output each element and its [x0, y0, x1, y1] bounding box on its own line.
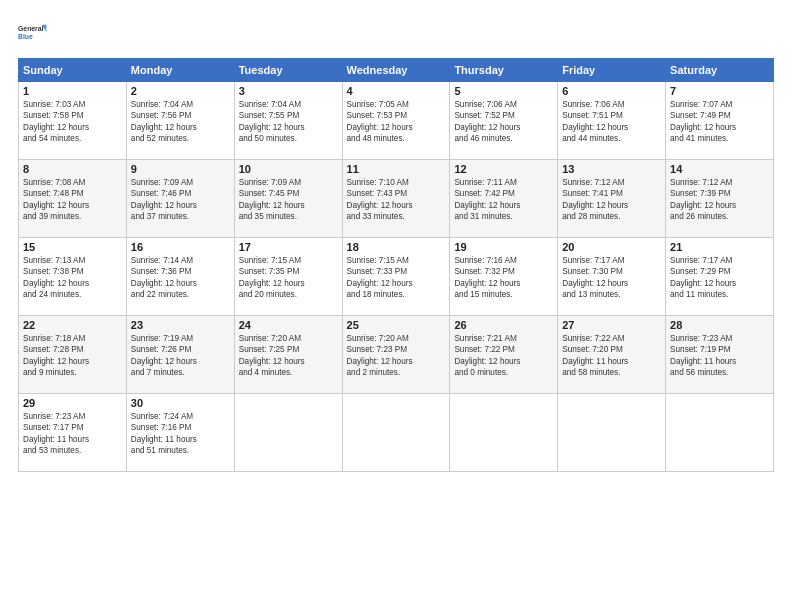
- day-info: Sunrise: 7:09 AM Sunset: 7:45 PM Dayligh…: [239, 177, 338, 223]
- day-info: Sunrise: 7:14 AM Sunset: 7:36 PM Dayligh…: [131, 255, 230, 301]
- calendar-cell: 24Sunrise: 7:20 AM Sunset: 7:25 PM Dayli…: [234, 316, 342, 394]
- calendar-cell: [558, 394, 666, 472]
- calendar-cell: 29Sunrise: 7:23 AM Sunset: 7:17 PM Dayli…: [19, 394, 127, 472]
- day-info: Sunrise: 7:10 AM Sunset: 7:43 PM Dayligh…: [347, 177, 446, 223]
- calendar-cell: 1Sunrise: 7:03 AM Sunset: 7:58 PM Daylig…: [19, 82, 127, 160]
- calendar-cell: 6Sunrise: 7:06 AM Sunset: 7:51 PM Daylig…: [558, 82, 666, 160]
- day-info: Sunrise: 7:12 AM Sunset: 7:39 PM Dayligh…: [670, 177, 769, 223]
- calendar-cell: 10Sunrise: 7:09 AM Sunset: 7:45 PM Dayli…: [234, 160, 342, 238]
- day-number: 15: [23, 241, 122, 253]
- day-number: 20: [562, 241, 661, 253]
- day-info: Sunrise: 7:16 AM Sunset: 7:32 PM Dayligh…: [454, 255, 553, 301]
- day-number: 19: [454, 241, 553, 253]
- day-info: Sunrise: 7:11 AM Sunset: 7:42 PM Dayligh…: [454, 177, 553, 223]
- calendar-cell: 7Sunrise: 7:07 AM Sunset: 7:49 PM Daylig…: [666, 82, 774, 160]
- day-number: 13: [562, 163, 661, 175]
- day-number: 8: [23, 163, 122, 175]
- day-number: 24: [239, 319, 338, 331]
- day-info: Sunrise: 7:18 AM Sunset: 7:28 PM Dayligh…: [23, 333, 122, 379]
- calendar-cell: 21Sunrise: 7:17 AM Sunset: 7:29 PM Dayli…: [666, 238, 774, 316]
- weekday-header-row: Sunday Monday Tuesday Wednesday Thursday…: [19, 59, 774, 82]
- calendar-cell: 2Sunrise: 7:04 AM Sunset: 7:56 PM Daylig…: [126, 82, 234, 160]
- calendar-cell: 14Sunrise: 7:12 AM Sunset: 7:39 PM Dayli…: [666, 160, 774, 238]
- calendar-cell: 13Sunrise: 7:12 AM Sunset: 7:41 PM Dayli…: [558, 160, 666, 238]
- day-number: 10: [239, 163, 338, 175]
- day-number: 28: [670, 319, 769, 331]
- header: GeneralBlue: [18, 16, 774, 48]
- day-number: 12: [454, 163, 553, 175]
- day-info: Sunrise: 7:04 AM Sunset: 7:55 PM Dayligh…: [239, 99, 338, 145]
- day-number: 29: [23, 397, 122, 409]
- day-info: Sunrise: 7:20 AM Sunset: 7:25 PM Dayligh…: [239, 333, 338, 379]
- day-info: Sunrise: 7:17 AM Sunset: 7:29 PM Dayligh…: [670, 255, 769, 301]
- day-info: Sunrise: 7:06 AM Sunset: 7:51 PM Dayligh…: [562, 99, 661, 145]
- calendar-cell: 27Sunrise: 7:22 AM Sunset: 7:20 PM Dayli…: [558, 316, 666, 394]
- calendar-cell: 25Sunrise: 7:20 AM Sunset: 7:23 PM Dayli…: [342, 316, 450, 394]
- calendar-cell: 11Sunrise: 7:10 AM Sunset: 7:43 PM Dayli…: [342, 160, 450, 238]
- day-info: Sunrise: 7:17 AM Sunset: 7:30 PM Dayligh…: [562, 255, 661, 301]
- day-info: Sunrise: 7:23 AM Sunset: 7:17 PM Dayligh…: [23, 411, 122, 457]
- day-number: 11: [347, 163, 446, 175]
- day-number: 1: [23, 85, 122, 97]
- day-info: Sunrise: 7:15 AM Sunset: 7:35 PM Dayligh…: [239, 255, 338, 301]
- header-wednesday: Wednesday: [342, 59, 450, 82]
- calendar-cell: 3Sunrise: 7:04 AM Sunset: 7:55 PM Daylig…: [234, 82, 342, 160]
- day-info: Sunrise: 7:22 AM Sunset: 7:20 PM Dayligh…: [562, 333, 661, 379]
- week-row-4: 22Sunrise: 7:18 AM Sunset: 7:28 PM Dayli…: [19, 316, 774, 394]
- calendar-cell: 15Sunrise: 7:13 AM Sunset: 7:38 PM Dayli…: [19, 238, 127, 316]
- logo: GeneralBlue: [18, 16, 50, 48]
- header-thursday: Thursday: [450, 59, 558, 82]
- day-info: Sunrise: 7:23 AM Sunset: 7:19 PM Dayligh…: [670, 333, 769, 379]
- svg-text:Blue: Blue: [18, 33, 33, 40]
- day-info: Sunrise: 7:15 AM Sunset: 7:33 PM Dayligh…: [347, 255, 446, 301]
- day-info: Sunrise: 7:20 AM Sunset: 7:23 PM Dayligh…: [347, 333, 446, 379]
- calendar-cell: 20Sunrise: 7:17 AM Sunset: 7:30 PM Dayli…: [558, 238, 666, 316]
- page: GeneralBlue Sunday Monday Tuesday Wednes…: [0, 0, 792, 612]
- day-info: Sunrise: 7:13 AM Sunset: 7:38 PM Dayligh…: [23, 255, 122, 301]
- day-number: 17: [239, 241, 338, 253]
- calendar-cell: 5Sunrise: 7:06 AM Sunset: 7:52 PM Daylig…: [450, 82, 558, 160]
- day-number: 16: [131, 241, 230, 253]
- calendar-cell: 9Sunrise: 7:09 AM Sunset: 7:46 PM Daylig…: [126, 160, 234, 238]
- day-info: Sunrise: 7:06 AM Sunset: 7:52 PM Dayligh…: [454, 99, 553, 145]
- day-number: 9: [131, 163, 230, 175]
- day-info: Sunrise: 7:05 AM Sunset: 7:53 PM Dayligh…: [347, 99, 446, 145]
- day-number: 21: [670, 241, 769, 253]
- calendar-cell: [342, 394, 450, 472]
- calendar-cell: 28Sunrise: 7:23 AM Sunset: 7:19 PM Dayli…: [666, 316, 774, 394]
- day-info: Sunrise: 7:24 AM Sunset: 7:16 PM Dayligh…: [131, 411, 230, 457]
- calendar-cell: 26Sunrise: 7:21 AM Sunset: 7:22 PM Dayli…: [450, 316, 558, 394]
- day-info: Sunrise: 7:08 AM Sunset: 7:48 PM Dayligh…: [23, 177, 122, 223]
- day-info: Sunrise: 7:04 AM Sunset: 7:56 PM Dayligh…: [131, 99, 230, 145]
- day-number: 22: [23, 319, 122, 331]
- calendar-cell: 17Sunrise: 7:15 AM Sunset: 7:35 PM Dayli…: [234, 238, 342, 316]
- day-number: 14: [670, 163, 769, 175]
- day-number: 23: [131, 319, 230, 331]
- week-row-5: 29Sunrise: 7:23 AM Sunset: 7:17 PM Dayli…: [19, 394, 774, 472]
- header-tuesday: Tuesday: [234, 59, 342, 82]
- week-row-3: 15Sunrise: 7:13 AM Sunset: 7:38 PM Dayli…: [19, 238, 774, 316]
- day-number: 25: [347, 319, 446, 331]
- day-number: 26: [454, 319, 553, 331]
- week-row-2: 8Sunrise: 7:08 AM Sunset: 7:48 PM Daylig…: [19, 160, 774, 238]
- header-monday: Monday: [126, 59, 234, 82]
- calendar: Sunday Monday Tuesday Wednesday Thursday…: [18, 58, 774, 472]
- calendar-cell: [450, 394, 558, 472]
- calendar-cell: [234, 394, 342, 472]
- header-saturday: Saturday: [666, 59, 774, 82]
- day-info: Sunrise: 7:21 AM Sunset: 7:22 PM Dayligh…: [454, 333, 553, 379]
- day-number: 27: [562, 319, 661, 331]
- day-info: Sunrise: 7:19 AM Sunset: 7:26 PM Dayligh…: [131, 333, 230, 379]
- header-friday: Friday: [558, 59, 666, 82]
- day-number: 2: [131, 85, 230, 97]
- calendar-cell: 18Sunrise: 7:15 AM Sunset: 7:33 PM Dayli…: [342, 238, 450, 316]
- day-info: Sunrise: 7:12 AM Sunset: 7:41 PM Dayligh…: [562, 177, 661, 223]
- logo-icon: GeneralBlue: [18, 16, 50, 48]
- calendar-cell: 4Sunrise: 7:05 AM Sunset: 7:53 PM Daylig…: [342, 82, 450, 160]
- calendar-cell: 8Sunrise: 7:08 AM Sunset: 7:48 PM Daylig…: [19, 160, 127, 238]
- calendar-cell: 12Sunrise: 7:11 AM Sunset: 7:42 PM Dayli…: [450, 160, 558, 238]
- day-number: 5: [454, 85, 553, 97]
- day-info: Sunrise: 7:03 AM Sunset: 7:58 PM Dayligh…: [23, 99, 122, 145]
- day-info: Sunrise: 7:09 AM Sunset: 7:46 PM Dayligh…: [131, 177, 230, 223]
- day-info: Sunrise: 7:07 AM Sunset: 7:49 PM Dayligh…: [670, 99, 769, 145]
